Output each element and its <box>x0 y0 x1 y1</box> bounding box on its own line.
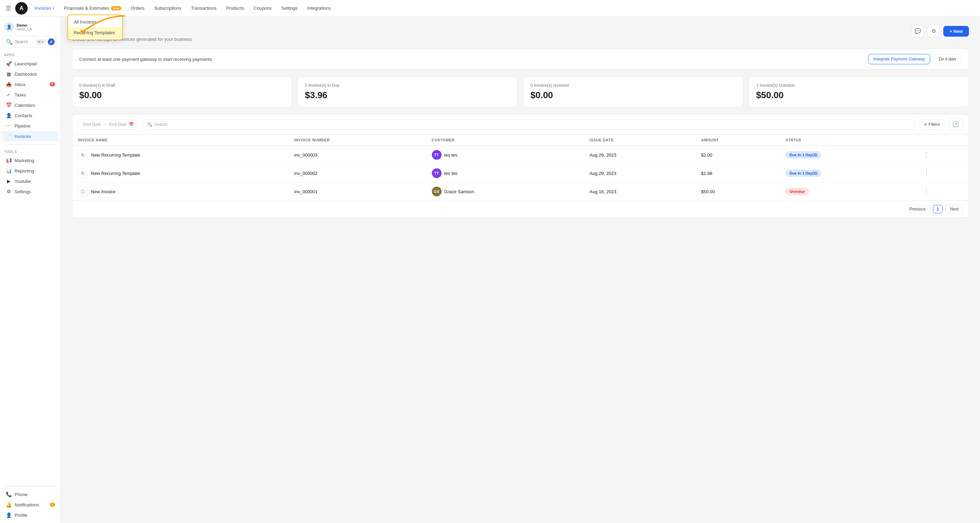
row3-actions: ⋮ <box>918 182 969 201</box>
stat-label-draft: 0 Invoice(s) in Draft <box>79 83 285 88</box>
stat-card-due: 2 Invoice(s) in Due $3.96 <box>298 76 518 107</box>
invoices-table: Invoice Name Invoice Number Customer Iss… <box>72 135 969 200</box>
stat-label-overdue: 1 Invoice(s) Overdue <box>756 83 962 88</box>
dropdown-recurring-templates[interactable]: Recurring Templates <box>68 27 122 38</box>
sidebar-item-contacts[interactable]: 👤 Contacts <box>2 110 59 120</box>
user-avatar: 👤 <box>4 22 14 32</box>
header-actions: 💬 ⚙ + New <box>912 25 969 37</box>
table-search-input[interactable]: 🔍 Search <box>143 120 915 129</box>
tools-section-label: Tools <box>0 147 60 155</box>
pipeline-icon: ⋯ <box>6 123 12 128</box>
more-options-button[interactable]: ⋮ <box>923 151 929 158</box>
row3-date: Aug 16, 2023 <box>584 182 695 201</box>
sidebar-divider <box>4 144 56 144</box>
nav-item-subscriptions[interactable]: Subscriptions <box>150 3 186 13</box>
filters-button[interactable]: ≡ Filters <box>920 120 944 129</box>
comment-icon-btn[interactable]: 💬 <box>912 25 924 37</box>
row2-status: Due In 1 Day(S) <box>780 164 917 182</box>
layout: 👤 Demo Irvine, CA 🔍 Search ⌘ K ⚡ Apps 🚀 … <box>0 17 980 523</box>
user-info: Demo Irvine, CA <box>17 23 32 31</box>
new-button[interactable]: + New <box>943 26 969 36</box>
status-badge: Due In 1 Day(S) <box>786 170 821 177</box>
pagination: Previous 1 Next <box>72 200 969 217</box>
row3-amount: $50.00 <box>695 182 780 201</box>
nav-item-integrations[interactable]: Integrations <box>303 3 335 13</box>
settings-icon-btn[interactable]: ⚙ <box>928 25 940 37</box>
sidebar-item-dashboard[interactable]: ▦ Dashboard <box>2 69 59 79</box>
table-section: Start Date → End Date 📅 🔍 Search ≡ Filte… <box>72 114 969 218</box>
page-header: Invoices Create and manage all invoices … <box>72 25 969 42</box>
payment-banner-text: Connect at least one payment gateway to … <box>79 57 212 62</box>
sidebar-item-profile[interactable]: 👤 Profile <box>2 510 59 520</box>
customer-avatar: GS <box>432 187 442 197</box>
nav-item-proposals[interactable]: Proposals & Estimates New <box>60 3 125 13</box>
stat-card-overdue: 1 Invoice(s) Overdue $50.00 <box>749 76 969 107</box>
new-badge: New <box>111 6 121 10</box>
customer-avatar: TT <box>432 168 442 178</box>
sidebar-item-invoices[interactable]: 📄 Invoices <box>2 131 59 141</box>
status-badge: Due In 1 Day(S) <box>786 151 821 158</box>
sidebar-item-inbox[interactable]: 📥 Inbox 0 <box>2 79 59 90</box>
search-label: Search <box>15 40 33 44</box>
recurring-icon: ↻ <box>78 150 88 160</box>
sidebar-search[interactable]: 🔍 Search ⌘ K ⚡ <box>3 36 58 48</box>
stat-card-draft: 0 Invoice(s) in Draft $0.00 <box>72 76 292 107</box>
invoices-icon: 📄 <box>6 133 12 139</box>
nav-item-settings[interactable]: Settings <box>277 3 302 13</box>
sidebar-item-marketing[interactable]: 📢 Marketing <box>2 155 59 166</box>
col-status: Status <box>780 135 917 146</box>
filter-icon: ≡ <box>924 122 926 127</box>
top-nav: ☰ A Invoices ▾ Proposals & Estimates New… <box>0 0 980 17</box>
payment-banner-actions: Integrate Payment Gateway Do it later <box>868 54 962 64</box>
dashboard-icon: ▦ <box>6 71 12 77</box>
next-button[interactable]: Next <box>945 205 963 213</box>
stat-value-draft: $0.00 <box>79 90 285 101</box>
search-icon: 🔍 <box>147 122 152 127</box>
table-header-row: Invoice Name Invoice Number Customer Iss… <box>72 135 969 146</box>
sidebar-item-pipeline[interactable]: ⋯ Pipeline <box>2 120 59 131</box>
sidebar-item-reporting[interactable]: 📊 Reporting <box>2 166 59 176</box>
row1-number: inv_000003 <box>289 146 426 164</box>
row1-status: Due In 1 Day(S) <box>780 146 917 164</box>
col-name: Invoice Name <box>72 135 289 146</box>
sidebar-item-tasks[interactable]: ✓ Tasks <box>2 90 59 100</box>
sidebar-item-settings[interactable]: ⚙ Settings <box>2 186 59 197</box>
nav-item-transactions[interactable]: Transactions <box>187 3 221 13</box>
stats-row: 0 Invoice(s) in Draft $0.00 2 Invoice(s)… <box>72 76 969 107</box>
hamburger-icon[interactable]: ☰ <box>6 5 11 12</box>
col-customer: Customer <box>426 135 584 146</box>
row3-status: Overdue <box>780 182 917 201</box>
settings-icon: ⚙ <box>6 189 12 194</box>
recurring-icon: ↻ <box>78 168 88 178</box>
row3-number: inv_000001 <box>289 182 426 201</box>
col-number: Invoice Number <box>289 135 426 146</box>
do-it-later-button[interactable]: Do it later <box>934 54 962 64</box>
more-options-button[interactable]: ⋮ <box>923 188 929 195</box>
sidebar: 👤 Demo Irvine, CA 🔍 Search ⌘ K ⚡ Apps 🚀 … <box>0 17 61 523</box>
integrate-payment-button[interactable]: Integrate Payment Gateway <box>868 54 930 64</box>
calendar-icon: 📅 <box>129 122 134 127</box>
sidebar-item-launchpad[interactable]: 🚀 Launchpad <box>2 59 59 69</box>
dropdown-all-invoices[interactable]: All Invoices <box>68 17 122 27</box>
search-icon: 🔍 <box>6 39 13 45</box>
nav-item-coupons[interactable]: Coupons <box>250 3 276 13</box>
start-date-input[interactable]: Start Date → End Date 📅 <box>78 120 138 129</box>
nav-item-orders[interactable]: Orders <box>127 3 149 13</box>
previous-button[interactable]: Previous <box>905 205 930 213</box>
row2-actions: ⋮ <box>918 164 969 182</box>
arrow-icon: → <box>103 122 107 127</box>
current-page: 1 <box>933 205 943 213</box>
nav-item-products[interactable]: Products <box>222 3 248 13</box>
nav-item-invoices[interactable]: Invoices ▾ <box>30 3 59 13</box>
row2-amount: $1.96 <box>695 164 780 182</box>
sidebar-item-calendars[interactable]: 📅 Calendars <box>2 100 59 110</box>
sidebar-item-phone[interactable]: 📞 Phone <box>2 489 59 499</box>
more-options-button[interactable]: ⋮ <box>923 170 929 177</box>
row2-name-cell: ↻ New Recurring Template <box>72 164 289 182</box>
clock-button[interactable]: 🕐 <box>948 119 963 130</box>
nav-items: Invoices ▾ Proposals & Estimates New Ord… <box>30 3 974 13</box>
sidebar-item-youtube[interactable]: ▶ Youtube <box>2 176 59 186</box>
stat-label-received: 0 Invoice(s) received <box>530 83 736 88</box>
stat-value-due: $3.96 <box>305 90 511 101</box>
sidebar-item-notifications[interactable]: 🔔 Notifications 3 <box>2 499 59 510</box>
